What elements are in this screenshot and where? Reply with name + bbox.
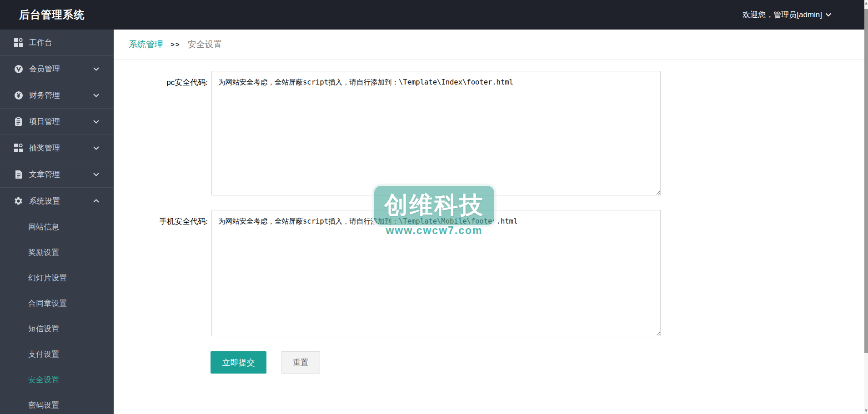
sidebar-item-label: 会员管理 bbox=[29, 64, 60, 74]
sidebar-item-label: 项目管理 bbox=[29, 116, 60, 127]
sidebar-item-label: 财务管理 bbox=[29, 90, 60, 100]
submenu-item-security-settings[interactable]: 安全设置 bbox=[0, 367, 114, 392]
sidebar-item-projects[interactable]: 项目管理 bbox=[0, 109, 114, 135]
chevron-down-icon bbox=[93, 146, 99, 150]
mobile-security-code-row: 手机安全代码: 为网站安全考虑，全站屏蔽script插入，请自行添加到：\Tem… bbox=[114, 210, 864, 336]
sidebar-item-articles[interactable]: 文章管理 bbox=[0, 161, 114, 188]
workbench-grid-icon bbox=[14, 38, 23, 47]
submenu-item-reward-settings[interactable]: 奖励设置 bbox=[0, 239, 114, 265]
breadcrumb-separator: >> bbox=[171, 40, 181, 48]
submit-button[interactable]: 立即提交 bbox=[211, 351, 266, 374]
project-clipboard-icon bbox=[14, 117, 23, 126]
pc-security-code-textarea[interactable]: 为网站安全考虑，全站屏蔽script插入，请自行添加到：\Template\In… bbox=[211, 71, 661, 195]
vertical-scrollbar[interactable] bbox=[864, 0, 868, 414]
chevron-down-icon bbox=[825, 13, 832, 17]
sidebar-item-label: 抽奖管理 bbox=[29, 143, 60, 153]
sidebar-item-label: 文章管理 bbox=[29, 169, 60, 180]
form-actions: 立即提交 重置 bbox=[211, 351, 864, 374]
main-content: 系统管理 >> 安全设置 pc安全代码: 为网站安全考虑，全站屏蔽script插… bbox=[114, 30, 864, 414]
pc-security-code-label: pc安全代码: bbox=[114, 71, 211, 195]
welcome-text: 欢迎您，管理员[admin] bbox=[743, 10, 822, 20]
submenu-item-payment-settings[interactable]: 支付设置 bbox=[0, 341, 114, 367]
gear-icon bbox=[14, 196, 23, 206]
member-circle-v-icon bbox=[14, 64, 23, 74]
scrollbar-up-arrow-icon[interactable] bbox=[865, 2, 868, 5]
sidebar-item-system-settings[interactable]: 系统设置 bbox=[0, 188, 114, 214]
submenu-item-slideshow-settings[interactable]: 幻灯片设置 bbox=[0, 265, 114, 290]
mobile-security-code-textarea[interactable]: 为网站安全考虑，全站屏蔽script插入，请自行添加到：\Template\Mo… bbox=[211, 210, 661, 336]
scrollbar-thumb[interactable] bbox=[864, 9, 868, 353]
security-settings-form: pc安全代码: 为网站安全考虑，全站屏蔽script插入，请自行添加到：\Tem… bbox=[114, 60, 864, 374]
chevron-down-icon bbox=[93, 67, 99, 71]
submenu-item-contract-seal-settings[interactable]: 合同章设置 bbox=[0, 290, 114, 316]
submenu-item-site-info[interactable]: 网站信息 bbox=[0, 214, 114, 239]
finance-yen-icon bbox=[14, 90, 23, 100]
breadcrumb-page: 安全设置 bbox=[188, 39, 222, 50]
sidebar-item-lottery[interactable]: 抽奖管理 bbox=[0, 135, 114, 161]
sidebar-item-workbench[interactable]: 工作台 bbox=[0, 30, 114, 56]
top-header: 后台管理系统 欢迎您，管理员[admin] bbox=[0, 0, 864, 30]
sidebar-nav: 工作台 会员管理 财务管理 项目管理 抽奖管理 文章管理 bbox=[0, 30, 114, 414]
sidebar-item-label: 系统设置 bbox=[29, 196, 60, 206]
scrollbar-down-arrow-icon[interactable] bbox=[865, 409, 868, 412]
system-settings-submenu: 网站信息 奖励设置 幻灯片设置 合同章设置 短信设置 支付设置 安全设置 密码设… bbox=[0, 214, 114, 414]
chevron-up-icon bbox=[93, 199, 99, 203]
sidebar-item-label: 工作台 bbox=[29, 37, 52, 48]
chevron-down-icon bbox=[93, 120, 99, 124]
breadcrumb: 系统管理 >> 安全设置 bbox=[114, 30, 864, 60]
submenu-item-sms-settings[interactable]: 短信设置 bbox=[0, 316, 114, 341]
article-doc-icon bbox=[14, 170, 23, 179]
breadcrumb-section[interactable]: 系统管理 bbox=[129, 39, 163, 50]
chevron-down-icon bbox=[93, 94, 99, 97]
chevron-down-icon bbox=[93, 173, 99, 176]
submenu-item-password-settings[interactable]: 密码设置 bbox=[0, 392, 114, 414]
sidebar-item-members[interactable]: 会员管理 bbox=[0, 56, 114, 82]
sidebar-item-finance[interactable]: 财务管理 bbox=[0, 82, 114, 109]
pc-security-code-row: pc安全代码: 为网站安全考虑，全站屏蔽script插入，请自行添加到：\Tem… bbox=[114, 71, 864, 195]
mobile-security-code-label: 手机安全代码: bbox=[114, 210, 211, 336]
user-menu[interactable]: 欢迎您，管理员[admin] bbox=[743, 10, 832, 20]
app-title: 后台管理系统 bbox=[19, 8, 85, 22]
lottery-grid-icon bbox=[14, 143, 23, 153]
reset-button[interactable]: 重置 bbox=[281, 351, 320, 374]
